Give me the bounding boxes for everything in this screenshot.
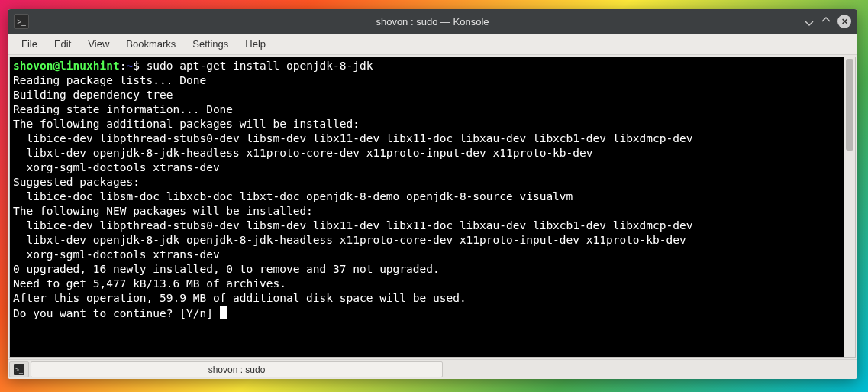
tab-label: shovon : sudo <box>208 364 266 375</box>
menu-help[interactable]: Help <box>237 35 273 53</box>
menu-bookmarks[interactable]: Bookmarks <box>118 35 183 53</box>
tabbar: >_ shovon : sudo <box>8 359 857 379</box>
app-icon: >_ <box>14 14 29 29</box>
titlebar[interactable]: >_ shovon : sudo — Konsole ✕ <box>8 9 857 34</box>
close-button[interactable]: ✕ <box>837 15 851 28</box>
maximize-button[interactable] <box>821 16 831 27</box>
menu-file[interactable]: File <box>14 35 45 53</box>
konsole-window: >_ shovon : sudo — Konsole ✕ File Edit V… <box>8 9 857 379</box>
menu-settings[interactable]: Settings <box>185 35 236 53</box>
menu-view[interactable]: View <box>80 35 117 53</box>
terminal[interactable]: shovon@linuxhint:~$ sudo apt-get install… <box>10 57 844 357</box>
scrollbar-thumb[interactable] <box>846 59 853 151</box>
minimize-button[interactable] <box>804 16 815 27</box>
scrollbar[interactable] <box>844 57 855 357</box>
menu-edit[interactable]: Edit <box>47 35 79 53</box>
titlebar-left: >_ <box>14 14 75 29</box>
new-tab-button[interactable]: >_ <box>9 361 29 377</box>
window-controls: ✕ <box>790 15 851 28</box>
window-title: shovon : sudo — Konsole <box>75 16 790 28</box>
terminal-icon: >_ <box>14 364 24 375</box>
terminal-container: shovon@linuxhint:~$ sudo apt-get install… <box>9 57 856 358</box>
menubar: File Edit View Bookmarks Settings Help <box>8 34 857 55</box>
tab-active[interactable]: shovon : sudo <box>31 361 443 377</box>
